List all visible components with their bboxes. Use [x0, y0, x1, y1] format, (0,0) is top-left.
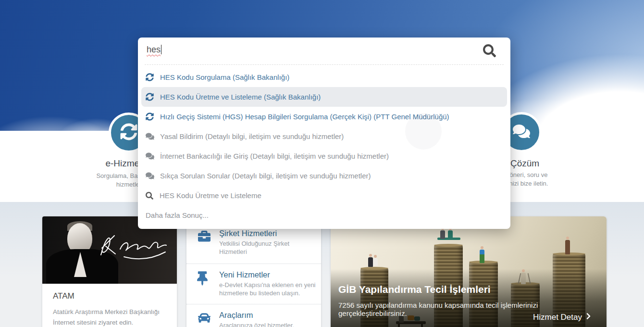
- search-result-item-highlighted[interactable]: HES Kodu Üretme ve Listeleme (Sağlık Bak…: [141, 87, 507, 107]
- quick-link-title[interactable]: Araçlarım: [219, 311, 318, 320]
- text-caret: [161, 45, 161, 54]
- search-icon[interactable]: [483, 44, 496, 59]
- result-label: Sıkça Sorulan Sorular (Detaylı bilgi, il…: [160, 172, 371, 180]
- quick-link-desc: Araçlarınıza özel hizmetler.: [219, 321, 318, 327]
- search-input[interactable]: hes: [138, 38, 510, 64]
- result-label: Hızlı Geçiş Sistemi (HGS) Hesap Bilgiler…: [160, 113, 449, 121]
- atam-card-title: ATAM: [53, 291, 166, 301]
- result-label: HES Kodu Üretme ve Listeleme (Sağlık Bak…: [160, 93, 321, 101]
- quick-link-desc: Yetkilisi Olduğunuz Şirket Hizmetleri: [219, 239, 318, 256]
- sync-icon: [146, 93, 160, 101]
- atam-card[interactable]: ATAM Atatürk Araştırma Merkezi Başkanlığ…: [42, 216, 177, 327]
- comments-icon: [146, 132, 160, 140]
- more-results-label: Daha fazla Sonuç...: [146, 211, 209, 219]
- search-result-item[interactable]: HES Kodu Sorgulama (Sağlık Bakanlığı): [141, 67, 507, 87]
- quick-link-new-services[interactable]: Yeni Hizmetler e-Devlet Kapısı'na eklene…: [186, 264, 321, 304]
- gib-banner-card[interactable]: GİB Yapılandırma Tecil İşlemleri 7256 sa…: [331, 216, 607, 327]
- quick-link-desc: e-Devlet Kapısı'na eklenen en yeni hizme…: [219, 281, 318, 297]
- briefcase-icon: [197, 229, 215, 244]
- result-label: Yasal Bildirim (Detaylı bilgi, iletişim …: [160, 132, 344, 140]
- search-result-item[interactable]: HES Kodu Üretme ve Listeleme: [141, 186, 507, 205]
- search-result-item[interactable]: Sıkça Sorulan Sorular (Detaylı bilgi, il…: [141, 166, 507, 186]
- search-results-list: HES Kodu Sorgulama (Sağlık Bakanlığı) HE…: [138, 65, 510, 225]
- comments-icon: [146, 152, 160, 160]
- atam-card-description: Atatürk Araştırma Merkezi Başkanlığı İnt…: [53, 307, 166, 327]
- quick-link-title[interactable]: Yeni Hizmetler: [219, 270, 318, 279]
- search-result-item[interactable]: Yasal Bildirim (Detaylı bilgi, iletişim …: [141, 126, 507, 146]
- result-label: İnternet Bankacılığı ile Giriş (Detaylı …: [160, 152, 389, 160]
- comments-icon: [146, 172, 160, 180]
- pushpin-icon: [197, 270, 215, 288]
- search-result-item[interactable]: Hızlı Geçiş Sistemi (HGS) Hesap Bilgiler…: [141, 107, 507, 126]
- sync-icon: [146, 73, 160, 81]
- search-result-item[interactable]: İnternet Bankacılığı ile Giriş (Detaylı …: [141, 146, 507, 166]
- search-modal: hes HES Kodu Sorgulama (Sağlık Bakanlığı…: [138, 38, 510, 229]
- chat-bubbles-icon: [513, 123, 530, 142]
- search-icon: [146, 192, 160, 200]
- chevron-right-icon: [586, 313, 591, 322]
- more-results-link[interactable]: Daha fazla Sonuç...: [141, 205, 507, 225]
- car-icon: [197, 311, 215, 326]
- quick-link-my-vehicles[interactable]: Araçlarım Araçlarınıza özel hizmetler.: [186, 304, 321, 327]
- gib-service-detail-link[interactable]: Hizmet Detay: [533, 313, 591, 322]
- sync-icon: [120, 123, 137, 142]
- quick-links-card: Şirket Hizmetleri Yetkilisi Olduğunuz Şi…: [186, 216, 321, 327]
- search-query-text: hes: [147, 45, 161, 54]
- gib-banner-title: GİB Yapılandırma Tecil İşlemleri: [338, 284, 491, 295]
- result-label: HES Kodu Üretme ve Listeleme: [160, 191, 261, 200]
- result-label: HES Kodu Sorgulama (Sağlık Bakanlığı): [160, 73, 289, 81]
- quick-link-title[interactable]: Şirket Hizmetleri: [219, 229, 318, 238]
- sync-icon: [146, 113, 160, 121]
- modal-watermark-circle: [405, 113, 442, 150]
- ataturk-signature: [95, 227, 172, 265]
